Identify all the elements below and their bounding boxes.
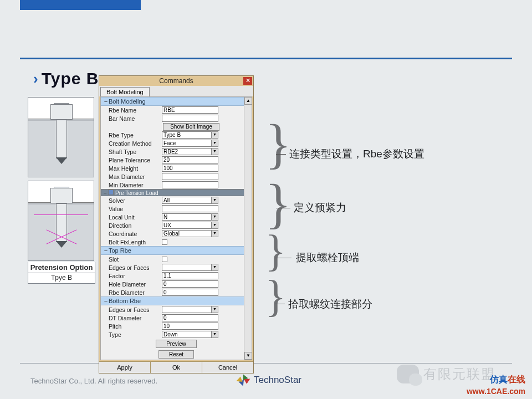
content-bottom-rule xyxy=(20,363,512,364)
direction-label: Direction xyxy=(109,222,162,229)
dialog-titlebar[interactable]: Commands ✕ xyxy=(99,76,253,86)
scroll-down-icon[interactable]: ▼ xyxy=(244,352,252,360)
brace-icon: } xyxy=(265,237,286,264)
arrow-line xyxy=(276,154,286,155)
cancel-button[interactable]: Cancel xyxy=(202,362,253,373)
coordinate-select[interactable]: Global xyxy=(162,230,218,237)
diagram-subcaption: Tpye B xyxy=(28,273,95,284)
factor-label: Factor xyxy=(109,273,162,279)
logo-icon xyxy=(236,373,250,387)
direction-select[interactable]: UX xyxy=(162,222,218,229)
slide-header-tab xyxy=(20,0,141,10)
arrow-line xyxy=(275,258,291,258)
arrow-line xyxy=(276,208,290,208)
arrow-line xyxy=(275,304,285,304)
dropdown-icon[interactable]: ▼ xyxy=(211,230,218,237)
max-height-label: Max Height xyxy=(109,165,162,172)
rbe-type-label: Rbe Type xyxy=(109,132,162,139)
rbe-name-input[interactable] xyxy=(162,106,218,114)
commands-dialog: Commands ✕ Bolt Modeling ▲ ▼ −Bolt Model… xyxy=(99,75,254,374)
creation-method-label: Creation Method xyxy=(109,140,162,147)
creation-method-select[interactable]: Face xyxy=(162,140,218,147)
plane-tolerance-label: Plane Tolerance xyxy=(109,157,162,163)
hole-diameter-label: Hole Diameter xyxy=(109,281,162,288)
section-top-rbe[interactable]: −Top Rbe xyxy=(101,246,252,255)
wechat-text: 有限元联盟 xyxy=(423,365,495,383)
dropdown-icon[interactable]: ▼ xyxy=(211,131,218,139)
pitch-label: Pitch xyxy=(109,323,162,330)
footer-copyright: TechnoStar Co., Ltd. All rights reserved… xyxy=(30,377,157,385)
max-diameter-input[interactable] xyxy=(162,173,218,180)
annotation-4: 拾取螺纹连接部分 xyxy=(288,297,372,311)
ok-button[interactable]: Ok xyxy=(151,362,202,373)
dropdown-icon[interactable]: ▼ xyxy=(211,197,218,204)
dt-diameter-input[interactable] xyxy=(162,314,218,321)
slot-checkbox[interactable] xyxy=(162,257,167,262)
coordinate-label: Coordinate xyxy=(109,231,162,237)
apply-button[interactable]: Apply xyxy=(99,362,151,373)
factor-input[interactable] xyxy=(162,272,218,279)
wechat-icon xyxy=(397,365,419,383)
section-bolt-modeling[interactable]: −Bolt Modeling xyxy=(101,97,252,106)
dropdown-icon[interactable]: ▼ xyxy=(211,306,218,313)
dropdown-icon[interactable]: ▼ xyxy=(211,140,218,147)
scroll-up-icon[interactable]: ▲ xyxy=(244,97,252,105)
section-pretension[interactable]: −Pre Tension Load xyxy=(101,189,252,196)
chevron-right-icon: › xyxy=(33,70,38,88)
shaft-type-label: Shaft Type xyxy=(109,149,162,155)
bolt-fixlength-checkbox[interactable] xyxy=(162,239,167,245)
diagram-caption: Pretension Option xyxy=(28,262,95,273)
min-diameter-input[interactable] xyxy=(162,181,218,188)
dropdown-icon[interactable]: ▼ xyxy=(211,222,218,229)
bar-name-input[interactable] xyxy=(162,115,218,122)
top-edges-select[interactable] xyxy=(162,264,218,271)
bolt-diagram-group: Pretension Option Tpye B xyxy=(28,97,95,284)
solver-select[interactable]: All xyxy=(162,197,218,204)
slot-label: Slot xyxy=(109,256,162,263)
type-select[interactable]: Down xyxy=(162,331,218,338)
section-bottom-rbe[interactable]: −Bottom Rbe xyxy=(101,296,252,305)
value-input[interactable] xyxy=(162,205,218,212)
local-unit-label: Local Unit xyxy=(109,214,162,221)
dropdown-icon[interactable]: ▼ xyxy=(211,213,218,221)
scrollbar[interactable]: ▲ ▼ xyxy=(244,97,252,360)
bot-edges-select[interactable] xyxy=(162,306,218,313)
annotation-1: 连接类型设置，Rbe参数设置 xyxy=(289,147,424,161)
top-edges-label: Edges or Faces xyxy=(109,264,162,271)
preview-button[interactable]: Preview xyxy=(156,340,197,348)
brace-icon: } xyxy=(265,187,291,221)
solver-label: Solver xyxy=(109,197,162,204)
bolt-fixlength-label: Bolt FixLength xyxy=(109,239,162,245)
brace-icon: } xyxy=(265,283,286,309)
bolt-diagram-top xyxy=(28,97,94,177)
min-diameter-label: Min Diameter xyxy=(109,182,162,188)
dt-diameter-label: DT Diameter xyxy=(109,315,162,321)
reset-button[interactable]: Reset xyxy=(158,350,194,359)
rbe-type-select[interactable]: Type B xyxy=(162,131,218,139)
close-icon[interactable]: ✕ xyxy=(243,77,252,85)
page-title: Type B xyxy=(42,69,99,88)
plane-tolerance-input[interactable] xyxy=(162,156,218,163)
hole-diameter-input[interactable] xyxy=(162,280,218,288)
pitch-input[interactable] xyxy=(162,323,218,330)
show-bolt-image-button[interactable]: Show Bolt Image xyxy=(163,123,219,131)
tab-bolt-modeling[interactable]: Bolt Modeling xyxy=(100,87,150,96)
brand-watermark: 仿真在线 xyxy=(490,374,525,386)
rbe-name-label: Rbe Name xyxy=(109,107,162,114)
local-unit-select[interactable]: N xyxy=(162,213,218,221)
brand-url: www.1CAE.com xyxy=(467,387,525,396)
max-height-input[interactable] xyxy=(162,165,218,172)
rbe-diameter-label: Rbe Diameter xyxy=(109,289,162,296)
dropdown-icon[interactable]: ▼ xyxy=(211,264,218,271)
max-diameter-label: Max Diameter xyxy=(109,173,162,180)
bar-name-label: Bar Name xyxy=(109,115,162,122)
value-label: Value xyxy=(109,206,162,212)
logo-text: TechnoStar xyxy=(254,375,301,386)
rbe-diameter-input[interactable] xyxy=(162,289,218,296)
shaft-type-select[interactable]: RBE2 xyxy=(162,148,218,155)
bolt-diagram-bottom xyxy=(28,181,94,261)
dropdown-icon[interactable]: ▼ xyxy=(211,148,218,155)
dropdown-icon[interactable]: ▼ xyxy=(211,331,218,338)
brace-icon: } xyxy=(265,127,291,161)
bot-edges-label: Edges or Faces xyxy=(109,306,162,313)
